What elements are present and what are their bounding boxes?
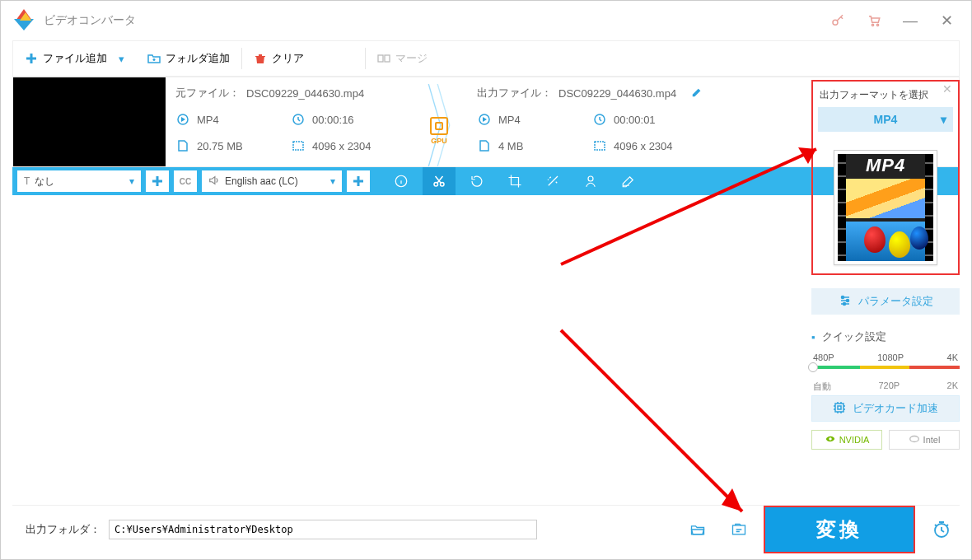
key-icon[interactable] xyxy=(820,1,856,40)
add-file-button[interactable]: ファイル追加 ▾ xyxy=(13,41,136,76)
svg-rect-7 xyxy=(293,142,303,150)
cut-icon[interactable] xyxy=(423,167,456,195)
text-icon: T xyxy=(24,175,30,187)
annotation-arrow xyxy=(544,314,775,528)
watermark-icon[interactable] xyxy=(574,167,607,195)
output-size: 4 MB xyxy=(498,140,523,152)
clock-icon xyxy=(291,112,306,127)
quick-settings-title: ▪ クイック設定 xyxy=(811,329,960,344)
svg-rect-18 xyxy=(835,404,843,412)
add-audio-button[interactable] xyxy=(347,170,370,192)
svg-rect-19 xyxy=(838,406,841,409)
res-tick: 2K xyxy=(947,380,958,393)
subtitle-edit-icon[interactable] xyxy=(612,167,645,195)
intel-badge[interactable]: Intel xyxy=(889,430,960,450)
slider-knob[interactable] xyxy=(808,362,818,372)
res-tick: 720P xyxy=(878,380,900,393)
format-card[interactable]: MP4 xyxy=(834,150,937,265)
chip-icon xyxy=(430,117,448,135)
svg-point-14 xyxy=(588,176,593,181)
svg-point-0 xyxy=(833,20,838,25)
clock-icon xyxy=(592,112,607,127)
open-folder-icon[interactable] xyxy=(681,516,714,543)
source-resolution: 4096 x 2304 xyxy=(312,140,372,152)
format-card-label: MP4 xyxy=(838,154,933,179)
file-icon xyxy=(477,138,492,153)
caret-down-icon: ▾ xyxy=(119,53,124,65)
source-format: MP4 xyxy=(197,114,219,126)
convert-button[interactable]: 変換 xyxy=(765,507,914,552)
speaker-icon xyxy=(208,175,220,189)
source-file-label: 元ファイル： xyxy=(175,86,240,100)
browse-folder-icon[interactable] xyxy=(722,516,755,543)
svg-point-1 xyxy=(872,24,873,26)
sample-frame-icon xyxy=(846,222,925,261)
rotate-icon[interactable] xyxy=(460,167,493,195)
effects-icon[interactable] xyxy=(536,167,569,195)
format-dropdown[interactable]: MP4 ▾ xyxy=(818,107,953,132)
cc-button[interactable]: CC xyxy=(174,170,197,192)
output-meta: 出力ファイル： DSC09229_044630.mp4 MP4 4 MB 00:… xyxy=(477,84,716,166)
convert-label: 変換 xyxy=(816,516,862,543)
gpu-acceleration-label: ビデオカード加速 xyxy=(853,401,938,416)
output-folder-label: 出力フォルダ： xyxy=(26,522,100,537)
source-duration: 00:00:16 xyxy=(312,114,354,126)
plus-icon xyxy=(25,52,38,65)
crop-icon[interactable] xyxy=(498,167,531,195)
nvidia-icon xyxy=(825,433,836,446)
add-folder-label: フォルダ追加 xyxy=(166,51,230,66)
caret-down-icon: ▾ xyxy=(129,175,134,187)
bullet-icon: ▪ xyxy=(811,331,815,343)
nvidia-badge[interactable]: NVIDIA xyxy=(811,430,882,450)
app-window: ビデオコンバータ — ✕ ファイル追加 ▾ フォルダ追加 クリア マージ xyxy=(0,0,972,560)
source-meta: 元ファイル： DSC09229_044630.mp4 MP4 20.75 MB … xyxy=(175,84,414,166)
slider-track xyxy=(811,366,960,369)
source-file-name: DSC09229_044630.mp4 xyxy=(246,87,364,100)
caret-down-icon: ▾ xyxy=(941,113,946,126)
close-button[interactable]: ✕ xyxy=(928,1,965,40)
sample-frame-icon xyxy=(846,179,925,218)
clear-button[interactable]: クリア xyxy=(242,41,315,76)
audio-track-dropdown[interactable]: English aac (LC) ▾ xyxy=(202,170,342,192)
sliders-icon xyxy=(839,294,852,310)
output-folder-input[interactable] xyxy=(109,520,537,539)
quick-settings: ▪ クイック設定 480P 1080P 4K 自動 720P 2K xyxy=(811,329,960,382)
merge-icon xyxy=(377,52,390,65)
res-tick: 自動 xyxy=(813,380,831,393)
gpu-badge: GPU xyxy=(430,117,448,145)
svg-point-16 xyxy=(846,299,848,301)
output-file-name: DSC09229_044630.mp4 xyxy=(558,87,676,100)
format-preview: MP4 xyxy=(818,150,953,265)
resolution-slider[interactable]: 480P 1080P 4K 自動 720P 2K xyxy=(811,352,960,382)
output-format: MP4 xyxy=(498,114,521,126)
res-tick: 4K xyxy=(947,352,958,362)
minimize-button[interactable]: — xyxy=(892,1,928,40)
conversion-divider: GPU xyxy=(423,84,456,166)
svg-point-17 xyxy=(843,302,845,305)
output-file-label: 出力ファイル： xyxy=(477,86,552,100)
film-perforation-icon xyxy=(838,154,846,261)
video-thumbnail[interactable] xyxy=(13,77,166,166)
subtitle-dropdown[interactable]: Tなし ▾ xyxy=(17,170,141,192)
edit-name-icon[interactable] xyxy=(691,86,703,100)
file-icon xyxy=(175,138,190,153)
bottom-bar: 出力フォルダ： 変換 xyxy=(12,505,960,553)
svg-point-21 xyxy=(909,436,918,442)
intel-label: Intel xyxy=(923,435,941,445)
add-subtitle-button[interactable] xyxy=(146,170,169,192)
subtitle-value: なし xyxy=(35,175,54,189)
trash-icon xyxy=(254,52,267,65)
resolution-icon xyxy=(291,138,306,153)
clear-label: クリア xyxy=(272,51,304,66)
main-toolbar: ファイル追加 ▾ フォルダ追加 クリア マージ xyxy=(12,40,960,77)
info-icon[interactable] xyxy=(385,167,418,195)
add-folder-button[interactable]: フォルダ追加 xyxy=(136,41,241,76)
gpu-acceleration-button[interactable]: ビデオカード加速 xyxy=(811,395,960,422)
schedule-icon[interactable] xyxy=(923,507,960,552)
parameter-settings-button[interactable]: パラメータ設定 xyxy=(811,288,960,315)
add-file-label: ファイル追加 xyxy=(43,51,107,66)
svg-line-26 xyxy=(561,330,742,511)
res-tick: 1080P xyxy=(877,352,904,362)
merge-button[interactable]: マージ xyxy=(366,41,439,76)
cart-icon[interactable] xyxy=(856,1,892,40)
